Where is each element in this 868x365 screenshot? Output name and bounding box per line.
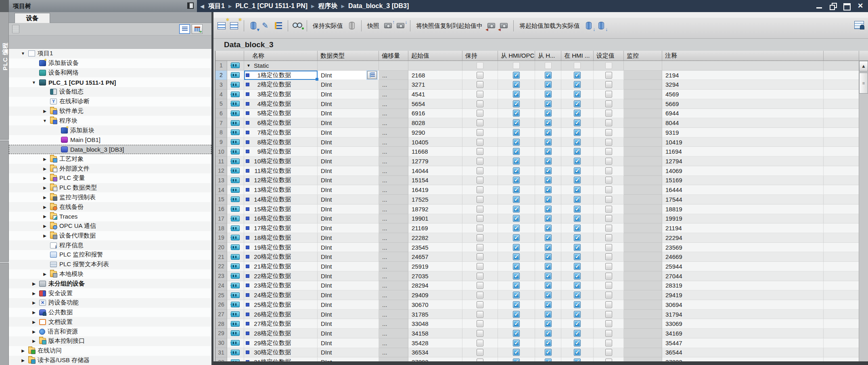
static-group-expander-icon[interactable]: ▼ bbox=[244, 63, 254, 68]
checkbox-retain[interactable] bbox=[477, 225, 483, 232]
data-type-cell[interactable]: DInt bbox=[318, 204, 379, 214]
checkbox-in-hmi[interactable] bbox=[574, 225, 581, 232]
checkbox-in-hmi[interactable] bbox=[574, 273, 581, 279]
checkbox-from-hmi-opc[interactable] bbox=[513, 234, 520, 241]
comment-cell[interactable]: 19919 bbox=[662, 214, 824, 224]
name-cell[interactable]: 11格定位数据 bbox=[244, 166, 318, 176]
checkbox-retain[interactable] bbox=[477, 186, 483, 193]
row-number[interactable]: 11 bbox=[215, 156, 227, 166]
copy-snapshot-all-button[interactable] bbox=[486, 21, 497, 31]
row-number[interactable]: 4 bbox=[215, 90, 227, 99]
checkbox-setpoint[interactable] bbox=[605, 196, 612, 203]
tree-item-cross-device[interactable]: ▶跨设备功能 bbox=[9, 298, 211, 308]
checkbox-setpoint[interactable] bbox=[605, 186, 612, 193]
comment-cell[interactable]: 16444 bbox=[662, 185, 824, 195]
tree-expander-icon[interactable]: ▶ bbox=[40, 205, 50, 209]
tree-item-plc-alarms[interactable]: PLC 监控和报警 bbox=[9, 250, 211, 260]
tree-expander-icon[interactable]: ▶ bbox=[29, 330, 39, 334]
row-number[interactable]: 1 bbox=[215, 61, 227, 71]
data-type-cell[interactable]: DInt bbox=[318, 329, 379, 338]
comment-cell[interactable]: 24669 bbox=[662, 252, 824, 262]
snapshot-up-button[interactable] bbox=[383, 21, 393, 31]
comment-cell[interactable]: 15169 bbox=[662, 176, 824, 186]
name-cell[interactable]: 26格定位数据 bbox=[244, 310, 318, 319]
data-type-cell[interactable]: DInt bbox=[318, 348, 379, 358]
data-type-cell[interactable]: DInt bbox=[318, 310, 379, 319]
checkbox-setpoint[interactable] bbox=[605, 100, 612, 107]
row-number[interactable]: 15 bbox=[215, 195, 227, 204]
start-value-cell[interactable]: 36534 bbox=[408, 348, 462, 358]
checkbox-in-hmi[interactable] bbox=[574, 62, 581, 69]
data-type-cell[interactable]: DInt bbox=[318, 281, 379, 291]
plc-programming-rail-label[interactable]: PLC 编程 bbox=[2, 26, 9, 87]
tree-expander-icon[interactable]: ▶ bbox=[40, 157, 50, 161]
start-value-cell[interactable]: 15154 bbox=[408, 176, 462, 186]
update-interface-button[interactable] bbox=[261, 21, 271, 31]
checkbox-from-h[interactable] bbox=[545, 148, 552, 155]
checkbox-retain[interactable] bbox=[477, 110, 483, 117]
row-number[interactable]: 13 bbox=[215, 176, 227, 186]
tree-item-card-reader[interactable]: ▶读卡器/USB 存储器 bbox=[9, 356, 211, 365]
checkbox-from-hmi-opc[interactable] bbox=[513, 320, 520, 327]
checkbox-from-hmi-opc[interactable] bbox=[513, 158, 520, 165]
data-type-cell[interactable]: DInt bbox=[318, 90, 379, 99]
restore-icon[interactable] bbox=[829, 3, 837, 9]
data-type-cell[interactable]: DInt bbox=[318, 156, 379, 166]
comment-cell[interactable]: 9319 bbox=[662, 128, 824, 138]
tree-expander-icon[interactable]: ▶ bbox=[40, 186, 50, 190]
data-type-cell[interactable]: DInt bbox=[318, 147, 379, 156]
checkbox-from-h[interactable] bbox=[545, 119, 552, 126]
tree-item-local-modules[interactable]: ▶本地模块 bbox=[9, 269, 211, 279]
checkbox-from-h[interactable] bbox=[545, 282, 552, 289]
checkbox-retain[interactable] bbox=[477, 119, 483, 126]
checkbox-in-hmi[interactable] bbox=[574, 330, 581, 337]
checkbox-in-hmi[interactable] bbox=[574, 244, 581, 251]
tree-item-add-device[interactable]: 添加新设备 bbox=[9, 58, 211, 68]
tree-item-data-block[interactable]: Data_block_3 [DB3] bbox=[9, 145, 211, 154]
scrollbar-thumb[interactable]: ≡ bbox=[859, 73, 868, 94]
start-value-cell[interactable]: 10405 bbox=[408, 138, 462, 147]
comment-cell[interactable]: 3294 bbox=[662, 80, 824, 90]
checkbox-retain[interactable] bbox=[477, 148, 483, 155]
column-header[interactable]: 注释 bbox=[662, 51, 824, 61]
tree-item-online-diag[interactable]: 在线和诊断 bbox=[9, 97, 211, 106]
load-start-all-button[interactable] bbox=[584, 21, 594, 31]
checkbox-from-h[interactable] bbox=[545, 340, 552, 346]
checkbox-from-h[interactable] bbox=[545, 62, 552, 69]
keep-actual-values-icon-button[interactable] bbox=[347, 21, 357, 31]
checkbox-setpoint[interactable] bbox=[605, 273, 612, 279]
comment-cell[interactable]: 10419 bbox=[662, 138, 824, 147]
comment-cell[interactable]: 8044 bbox=[662, 118, 824, 128]
checkbox-in-hmi[interactable] bbox=[574, 206, 581, 213]
insert-row-button[interactable] bbox=[217, 21, 227, 31]
checkbox-from-hmi-opc[interactable] bbox=[513, 225, 520, 232]
name-cell[interactable]: 5格定位数据 bbox=[244, 109, 318, 119]
start-value-cell[interactable]: 16419 bbox=[408, 185, 462, 195]
checkbox-from-h[interactable] bbox=[545, 349, 552, 356]
start-value-cell[interactable]: 34158 bbox=[408, 329, 462, 338]
start-value-cell[interactable]: 27035 bbox=[408, 271, 462, 281]
checkbox-from-hmi-opc[interactable] bbox=[513, 244, 520, 251]
checkbox-setpoint[interactable] bbox=[605, 263, 612, 270]
copy-snapshot-setpoints-button[interactable] bbox=[499, 21, 509, 31]
checkbox-setpoint[interactable] bbox=[605, 91, 612, 98]
row-number[interactable]: 23 bbox=[215, 271, 227, 281]
data-type-cell[interactable]: DInt bbox=[318, 233, 379, 243]
breadcrumb-item[interactable]: 项目1 bbox=[208, 2, 225, 10]
tree-expander-icon[interactable]: ▶ bbox=[29, 320, 39, 324]
data-type-cell[interactable]: DInt bbox=[318, 138, 379, 147]
tree-item-plc[interactable]: ▼PLC_1 [CPU 1511-1 PN] bbox=[9, 77, 211, 87]
tree-expander-icon[interactable]: ▶ bbox=[40, 224, 50, 228]
tree-expander-icon[interactable]: ▶ bbox=[40, 234, 50, 238]
checkbox-from-h[interactable] bbox=[545, 100, 552, 107]
checkbox-from-h[interactable] bbox=[545, 273, 552, 279]
checkbox-retain[interactable] bbox=[477, 158, 483, 165]
breadcrumb-item[interactable]: Data_block_3 [DB3] bbox=[348, 2, 409, 10]
tree-item-device-config[interactable]: 设备组态 bbox=[9, 87, 211, 97]
start-value-cell[interactable]: 30670 bbox=[408, 300, 462, 310]
checkbox-setpoint[interactable] bbox=[605, 330, 612, 337]
checkbox-from-h[interactable] bbox=[545, 225, 552, 232]
name-cell[interactable]: 17格定位数据 bbox=[244, 223, 318, 233]
data-type-cell[interactable]: DInt bbox=[318, 262, 379, 271]
row-number[interactable]: 3 bbox=[215, 80, 227, 90]
